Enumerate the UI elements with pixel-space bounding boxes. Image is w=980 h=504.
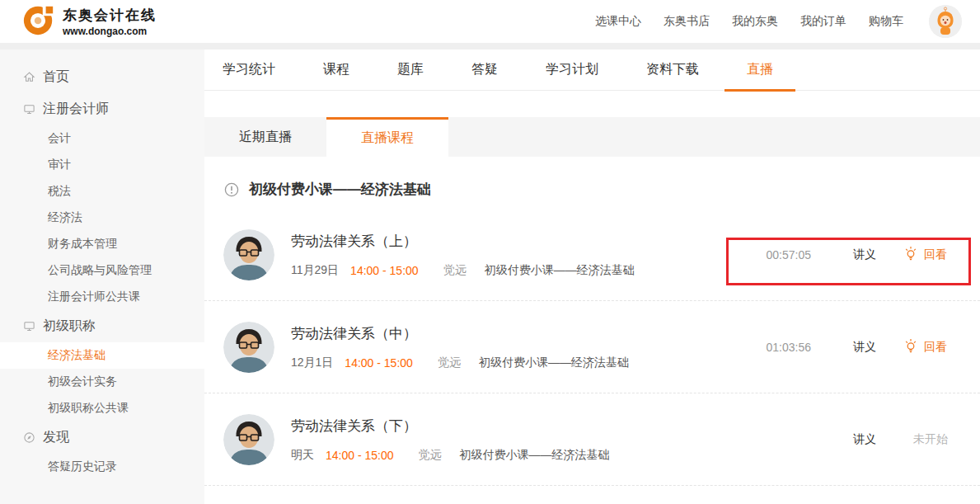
course-meta: 12月1日 14:00 - 15:00 觉远 初级付费小课——经济法基础 — [291, 356, 629, 370]
logo-title: 东奥会计在线 — [63, 6, 157, 25]
course-time: 14:00 - 15:00 — [326, 449, 394, 462]
sidebar-item-cpa[interactable]: 注册会计师 — [0, 93, 204, 125]
sidebar-item-label: 注册会计师 — [43, 101, 109, 118]
course-meta: 明天 14:00 - 15:00 觉远 初级付费小课——经济法基础 — [291, 448, 610, 463]
sidebar-item-accounting[interactable]: 会计 — [0, 125, 204, 152]
site-logo[interactable]: 东奥会计在线 www.dongao.com — [21, 2, 157, 40]
duration-label: 01:03:56 — [767, 341, 812, 354]
sidebar-item-label: 首页 — [43, 68, 69, 86]
teacher-name: 觉远 — [419, 448, 442, 463]
course-series: 初级付费小课——经济法基础 — [479, 356, 629, 370]
main-tabs: 学习统计 课程 题库 答疑 学习计划 资料下载 直播 — [204, 49, 980, 91]
sidebar-item-economic-law-basics[interactable]: 经济法基础 — [0, 342, 204, 369]
nav-cart[interactable]: 购物车 — [869, 14, 903, 29]
course-date: 明天 — [291, 448, 314, 463]
tab-live[interactable]: 直播 — [747, 49, 773, 91]
course-title: 劳动法律关系（中） — [291, 324, 629, 343]
live-course-row: 劳动法律关系（下） 明天 14:00 - 15:00 觉远 初级付费小课——经济… — [204, 393, 980, 486]
logo-icon — [21, 2, 56, 40]
sidebar-item-economic-law[interactable]: 经济法 — [0, 205, 204, 231]
nav-bookstore[interactable]: 东奥书店 — [663, 14, 710, 29]
handout-link[interactable]: 讲义 — [853, 247, 876, 262]
sidebar-item-junior-accounting-practice[interactable]: 初级会计实务 — [0, 369, 204, 395]
course-info: 劳动法律关系（下） 明天 14:00 - 15:00 觉远 初级付费小课——经济… — [291, 417, 610, 463]
info-icon — [224, 182, 239, 197]
tab-study-plan[interactable]: 学习计划 — [546, 49, 598, 91]
course-time: 14:00 - 15:00 — [350, 264, 419, 277]
course-date: 11月29日 — [291, 263, 339, 278]
bulb-icon — [903, 338, 918, 356]
header: 东奥会计在线 www.dongao.com 选课中心 东奥书店 我的东奥 我的订… — [0, 0, 980, 43]
course-info: 劳动法律关系（上） 11月29日 14:00 - 15:00 觉远 初级付费小课… — [291, 232, 635, 278]
live-course-row: 劳动法律关系（上） 11月29日 14:00 - 15:00 觉远 初级付费小课… — [204, 209, 980, 301]
not-started-label: 未开始 — [913, 432, 948, 447]
sidebar-item-tax-law[interactable]: 税法 — [0, 178, 204, 205]
teacher-avatar — [223, 414, 274, 465]
handout-link[interactable]: 讲义 — [853, 432, 876, 447]
duration-label: 00:57:05 — [767, 248, 812, 261]
logo-url: www.dongao.com — [63, 26, 157, 37]
home-icon — [23, 71, 35, 83]
tab-downloads[interactable]: 资料下载 — [646, 49, 699, 91]
replay-label: 回看 — [924, 340, 947, 355]
subtab-live-courses[interactable]: 直播课程 — [326, 117, 448, 157]
nav-my-dongao[interactable]: 我的东奥 — [732, 14, 778, 29]
course-series: 初级付费小课——经济法基础 — [460, 448, 610, 463]
sidebar-item-label: 初级职称 — [43, 318, 96, 335]
nav-my-orders[interactable]: 我的订单 — [800, 14, 846, 29]
course-meta: 11月29日 14:00 - 15:00 觉远 初级付费小课——经济法基础 — [291, 263, 635, 278]
teacher-name: 觉远 — [438, 356, 461, 370]
tab-question-bank[interactable]: 题库 — [397, 49, 424, 91]
section-heading: 初级付费小课——经济法基础 — [224, 180, 980, 199]
sidebar-item-discover[interactable]: 发现 — [0, 422, 204, 454]
replay-link[interactable]: 回看 — [903, 246, 947, 263]
sidebar-item-qa-history[interactable]: 答疑历史记录 — [0, 454, 204, 480]
sidebar-item-audit[interactable]: 审计 — [0, 152, 204, 178]
top-nav: 选课中心 东奥书店 我的东奥 我的订单 购物车 — [595, 5, 962, 38]
teacher-name: 觉远 — [443, 263, 467, 278]
course-title: 劳动法律关系（上） — [291, 232, 635, 251]
course-date: 12月1日 — [291, 356, 333, 370]
nav-course-center[interactable]: 选课中心 — [595, 14, 641, 29]
sidebar-item-junior-public[interactable]: 初级职称公共课 — [0, 395, 204, 422]
sidebar-item-financial-management[interactable]: 财务成本管理 — [0, 231, 204, 257]
replay-label: 回看 — [924, 247, 947, 262]
main-panel: 学习统计 课程 题库 答疑 学习计划 资料下载 直播 近期直播 直播课程 初级付… — [204, 49, 980, 504]
monitor-icon — [23, 320, 35, 332]
course-title: 劳动法律关系（下） — [291, 417, 610, 436]
sidebar: 首页 注册会计师 会计 审计 税法 经济法 财务成本管理 公司战略与风险管理 注… — [0, 49, 204, 504]
tab-courses[interactable]: 课程 — [323, 49, 349, 91]
tab-study-stats[interactable]: 学习统计 — [223, 49, 275, 91]
teacher-avatar — [223, 322, 274, 373]
course-info: 劳动法律关系（中） 12月1日 14:00 - 15:00 觉远 初级付费小课—… — [291, 324, 629, 370]
tab-qa[interactable]: 答疑 — [471, 49, 498, 91]
subtab-recent-live[interactable]: 近期直播 — [204, 117, 326, 157]
replay-link[interactable]: 回看 — [903, 338, 947, 356]
logo-text: 东奥会计在线 www.dongao.com — [63, 6, 157, 37]
compass-icon — [23, 431, 35, 444]
section-title: 初级付费小课——经济法基础 — [249, 180, 431, 199]
course-time: 14:00 - 15:00 — [345, 356, 413, 370]
monitor-icon — [23, 103, 35, 115]
live-course-row: 劳动法律关系（中） 12月1日 14:00 - 15:00 觉远 初级付费小课—… — [204, 301, 980, 393]
sidebar-item-junior-title[interactable]: 初级职称 — [0, 310, 204, 342]
handout-link[interactable]: 讲义 — [853, 340, 876, 355]
teacher-avatar — [223, 229, 274, 280]
sidebar-item-home[interactable]: 首页 — [0, 61, 204, 93]
bulb-icon — [903, 246, 918, 263]
course-series: 初级付费小课——经济法基础 — [485, 263, 635, 278]
sidebar-item-label: 发现 — [43, 429, 69, 446]
live-course-list: 劳动法律关系（上） 11月29日 14:00 - 15:00 觉远 初级付费小课… — [204, 209, 980, 486]
user-avatar[interactable] — [929, 5, 962, 38]
live-subtabs: 近期直播 直播课程 — [204, 117, 980, 157]
sidebar-item-strategy-risk[interactable]: 公司战略与风险管理 — [0, 257, 204, 284]
sidebar-item-cpa-public[interactable]: 注册会计师公共课 — [0, 284, 204, 310]
